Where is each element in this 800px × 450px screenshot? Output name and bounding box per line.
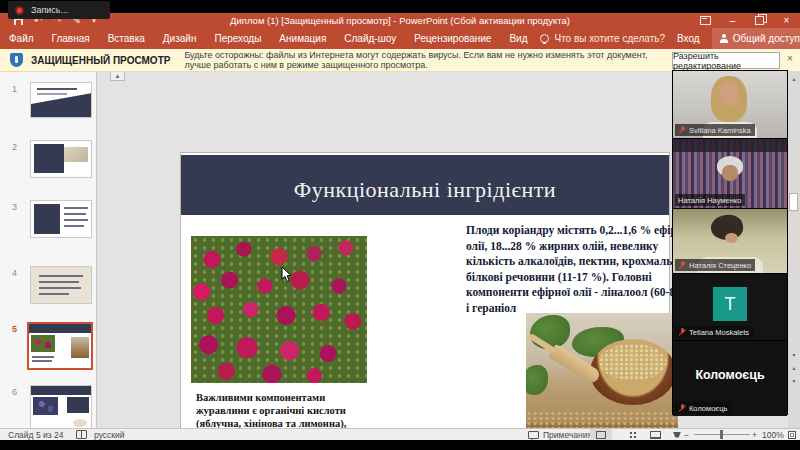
screen: Запись... ↶ ↷ ✎ ▾ Диплом (1) [Защищенный…	[0, 0, 800, 450]
slide-counter: Слайд 5 из 24	[8, 429, 63, 440]
zoom-slider-thumb[interactable]	[720, 430, 723, 439]
thumb-number-3: 3	[12, 202, 17, 212]
tab-transitions[interactable]: Переходы	[205, 28, 270, 49]
restore-button[interactable]	[746, 13, 773, 28]
participant-name: Наталія Стеценко	[689, 261, 751, 270]
thumb5-text-line	[32, 360, 52, 362]
thumb-number-4: 4	[12, 268, 17, 278]
tab-design[interactable]: Дизайн	[154, 28, 206, 49]
zoom-out-button[interactable]: −	[684, 429, 689, 440]
thumb-number-1: 1	[12, 84, 17, 94]
tab-insert[interactable]: Вставка	[99, 28, 154, 49]
participant-tile[interactable]: Наталія Стеценко	[673, 209, 787, 274]
tab-home[interactable]: Главная	[43, 28, 99, 49]
restore-icon	[755, 16, 764, 25]
mic-muted-icon	[678, 261, 686, 269]
scroll-down-icon[interactable]: ▾	[788, 350, 800, 360]
thumbnail-slide-6[interactable]	[30, 385, 92, 428]
next-slide-icon[interactable]: ▾	[788, 376, 800, 386]
thumb1-title-line	[37, 88, 77, 90]
notes-icon	[528, 431, 539, 439]
window-controls: – ×	[692, 13, 800, 28]
tab-view[interactable]: Вид	[500, 28, 536, 49]
normal-view-button[interactable]	[590, 429, 612, 440]
thumb-number-6: 6	[12, 387, 17, 397]
sign-in-button[interactable]: Вход	[665, 33, 712, 44]
mic-muted-icon	[678, 126, 686, 134]
fit-to-window-button[interactable]	[788, 429, 796, 440]
person-icon	[720, 34, 728, 43]
ribbon-display-icon	[700, 16, 711, 25]
previous-slide-icon[interactable]: ▴	[788, 363, 800, 373]
mouse-cursor	[281, 266, 293, 283]
close-button[interactable]: ×	[773, 13, 800, 28]
thumb5-title-bar	[29, 324, 91, 333]
thumb3-text-line	[64, 213, 86, 215]
seed-bowl-shape	[590, 339, 676, 405]
participant-avatar-initial: T	[713, 287, 747, 321]
coriander-paragraph: Плоди коріандру містять 0,2...1,6 % ефір…	[466, 223, 702, 316]
thumbnail-slide-1[interactable]	[30, 82, 92, 118]
ribbon-display-options-button[interactable]	[692, 13, 719, 28]
thumb3-title-block	[34, 204, 60, 234]
participant-tile[interactable]: Наталія Науменко	[673, 139, 787, 209]
thumbnail-slide-2[interactable]	[30, 140, 92, 178]
scrollbar-thumb[interactable]	[789, 193, 798, 211]
reading-view-button[interactable]	[644, 429, 666, 440]
thumb3-text-line	[64, 225, 84, 227]
thumbnail-slide-3[interactable]	[30, 200, 92, 238]
thumbnail-slide-5-selected[interactable]	[27, 322, 93, 370]
lightbulb-icon	[540, 34, 549, 43]
shield-icon	[10, 53, 23, 67]
zoom-in-button[interactable]: +	[752, 429, 757, 440]
notes-toggle[interactable]: Примечания	[528, 429, 592, 440]
thumb4-text-line	[39, 275, 83, 277]
participant-display-name: Коломоєць	[695, 368, 764, 382]
slide-thumbnail-panel: 1 2 3 4	[0, 72, 97, 428]
thumbnail-slide-4[interactable]	[30, 266, 92, 304]
normal-view-icon	[596, 431, 606, 439]
cranberry-image	[191, 236, 367, 383]
participant-tile[interactable]: T Tetiana Moskalets	[673, 274, 787, 341]
thumb6-title-bar	[31, 386, 91, 395]
slide-sorter-view-button[interactable]	[618, 429, 640, 440]
window-title: Диплом (1) [Защищенный просмотр] - Power…	[150, 15, 650, 26]
minimize-button[interactable]: –	[719, 13, 746, 28]
recording-indicator[interactable]: Запись...	[8, 1, 110, 19]
tab-slideshow[interactable]: Слайд-шоу	[335, 28, 405, 49]
enable-editing-button[interactable]: Разрешить редактирование	[672, 52, 780, 69]
protected-view-bar: ЗАЩИЩЕННЫЙ ПРОСМОТР Будьте осторожны: фа…	[0, 49, 800, 72]
tab-animations[interactable]: Анимация	[270, 28, 335, 49]
cilantro-leaf-shape	[526, 365, 548, 395]
thumb3-text-line	[64, 219, 88, 221]
tab-review[interactable]: Рецензирование	[405, 28, 500, 49]
thumb4-background	[31, 267, 91, 303]
tab-file[interactable]: Файл	[0, 28, 43, 49]
close-bar-icon[interactable]: ×	[787, 53, 793, 64]
tell-me-label: Что вы хотите сделать?	[554, 33, 665, 44]
tell-me-box[interactable]: Что вы хотите сделать?	[540, 33, 665, 44]
language-indicator[interactable]: русский	[94, 429, 125, 440]
thumb4-text-line	[39, 281, 79, 283]
participant-tile[interactable]: Коломоєць Коломоєць	[673, 341, 787, 416]
zoom-slider[interactable]	[694, 434, 750, 435]
record-dot-icon	[15, 6, 24, 15]
ribbon-tab-bar: Файл Главная Вставка Дизайн Переходы Ани…	[0, 28, 800, 49]
participant-face	[720, 81, 739, 106]
reading-view-icon	[650, 431, 661, 439]
share-button[interactable]: Общий доступ	[712, 28, 800, 49]
participant-name: Коломоєць	[689, 404, 727, 413]
thumb6-text-box	[67, 397, 89, 413]
proofing-icon[interactable]	[76, 429, 87, 440]
share-label: Общий доступ	[733, 33, 800, 44]
mic-muted-icon	[678, 404, 686, 412]
zoom-level[interactable]: 100%	[762, 429, 784, 440]
participant-tile[interactable]: Svitlana Kaminska	[673, 71, 787, 139]
recording-label: Запись...	[31, 5, 68, 15]
participant-name: Svitlana Kaminska	[689, 126, 751, 135]
slide-title-band: Функціональні інгрідієнти	[181, 155, 669, 215]
vertical-scrollbar[interactable]: ▴ ▾ ▴ ▾	[788, 72, 800, 428]
video-call-panel: Svitlana Kaminska Наталія Науменко Натал…	[672, 70, 788, 415]
participant-face	[725, 233, 738, 243]
scroll-up-icon[interactable]: ▴	[788, 74, 800, 84]
